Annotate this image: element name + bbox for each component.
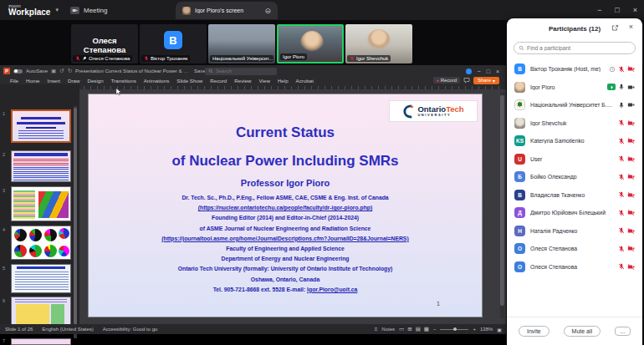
mic-off-icon[interactable] xyxy=(618,227,625,234)
participant-search-box[interactable] xyxy=(514,42,636,54)
mic-off-icon[interactable] xyxy=(618,191,625,198)
ppt-maximize-button[interactable]: □ xyxy=(487,68,490,74)
mic-on-icon[interactable] xyxy=(618,102,625,109)
mic-off-icon[interactable] xyxy=(618,246,625,252)
video-tile-university[interactable]: Національний Університ... xyxy=(208,24,275,63)
participant-row[interactable]: Національний Університет Б... (Co-host) xyxy=(507,96,642,114)
zoom-slider[interactable] xyxy=(440,329,468,330)
close-panel-icon[interactable]: × xyxy=(629,23,633,31)
camera-off-icon[interactable] xyxy=(627,155,635,163)
tab-acrobat[interactable]: Acrobat xyxy=(296,78,314,84)
minimize-button[interactable]: − xyxy=(597,6,601,14)
search-input[interactable] xyxy=(216,68,266,74)
camera-off-icon[interactable] xyxy=(627,65,635,73)
canvas-scrollbar[interactable] xyxy=(500,93,504,318)
camera-off-icon[interactable] xyxy=(627,245,635,252)
tab-transitions[interactable]: Transitions xyxy=(111,78,136,84)
slide-thumbnail-4[interactable] xyxy=(11,226,71,260)
fit-slide-icon[interactable]: ▣ xyxy=(497,327,502,332)
camera-on-icon[interactable] xyxy=(627,101,635,109)
mic-off-icon[interactable] xyxy=(618,210,625,216)
slide-email-link[interactable]: Igor.Pioro@uoit.ca xyxy=(307,287,357,292)
notes-button[interactable]: Notes xyxy=(381,327,395,332)
participant-row[interactable]: Igor Shevchuk xyxy=(507,114,642,133)
mic-off-icon[interactable] xyxy=(618,263,625,270)
mic-off-icon[interactable] xyxy=(618,119,625,126)
slide-thumbnail-1-selected[interactable] xyxy=(11,109,71,143)
tab-file[interactable]: File xyxy=(10,78,18,84)
participant-row[interactable]: О Олеся Степанова xyxy=(507,240,642,258)
camera-off-icon[interactable] xyxy=(627,227,635,235)
slide-1[interactable]: OntarioTech UNIVERSITY Current Status of… xyxy=(88,94,483,317)
search-box[interactable] xyxy=(205,68,277,75)
video-tile-igor-pioro-active-speaker[interactable]: Igor Pioro xyxy=(277,24,344,63)
tab-draw[interactable]: Draw xyxy=(68,78,79,84)
tab-insert[interactable]: Insert xyxy=(48,78,60,84)
thumbnail-scrollbar[interactable] xyxy=(74,106,77,338)
camera-on-icon[interactable] xyxy=(627,84,635,91)
tab-help[interactable]: Help xyxy=(278,78,289,84)
participant-row[interactable]: Н Наталія Радченко xyxy=(507,222,642,241)
mic-on-icon[interactable] xyxy=(618,84,625,90)
share-button[interactable]: Share ▾ xyxy=(473,77,499,84)
camera-off-icon[interactable] xyxy=(627,173,635,180)
tab-review[interactable]: Review xyxy=(234,78,251,84)
tab-slide-show[interactable]: Slide Show xyxy=(176,78,202,84)
mic-off-icon[interactable] xyxy=(618,66,625,73)
participant-row[interactable]: Б Бойко Олександр xyxy=(507,168,642,186)
slide-thumbnail-7[interactable] xyxy=(11,338,71,345)
autosave-toggle[interactable] xyxy=(13,69,23,74)
tab-view[interactable]: View xyxy=(259,78,270,84)
zoom-in-icon[interactable]: + xyxy=(473,327,476,332)
slide-sorter-view-icon[interactable]: ⊞ xyxy=(407,326,411,332)
participant-row[interactable]: В Владислав Ткаченко xyxy=(507,186,642,205)
tab-record[interactable]: Record xyxy=(210,78,227,84)
camera-off-icon[interactable] xyxy=(627,191,635,199)
participant-row[interactable]: KS Kateryna Samoilenko xyxy=(507,132,642,150)
participant-row[interactable]: В Віктор Троханяк (Host, me) xyxy=(507,60,642,79)
tab-animations[interactable]: Animations xyxy=(144,78,170,84)
tab-shared-screen[interactable]: Igor Pioro's screen ⊖ xyxy=(176,2,278,19)
zoom-level[interactable]: 138% xyxy=(480,327,493,332)
tab-meeting[interactable]: Meeting xyxy=(70,0,107,20)
ppt-close-button[interactable]: × xyxy=(496,68,499,74)
more-options-button[interactable]: … xyxy=(615,327,631,336)
normal-view-icon[interactable]: ▭ xyxy=(399,326,404,332)
mic-off-icon[interactable] xyxy=(618,138,625,145)
save-icon[interactable]: ▣ xyxy=(51,68,56,74)
mic-off-icon[interactable] xyxy=(618,155,625,162)
participant-row[interactable]: О Олеся Степанова xyxy=(507,258,642,277)
accessibility-status[interactable]: Accessibility: Good to go xyxy=(103,327,158,332)
tab-home[interactable]: Home xyxy=(26,78,40,84)
slide-thumbnail-5[interactable] xyxy=(11,264,71,293)
participant-row[interactable]: Д Дмитро Юрійович Білецький xyxy=(507,204,642,222)
record-button[interactable]: ● Record xyxy=(433,77,460,84)
camera-off-icon[interactable] xyxy=(627,263,635,271)
video-tile-viktor[interactable]: B Віктор Троханяк xyxy=(140,24,207,63)
participant-row[interactable]: Igor Pioro xyxy=(507,79,642,97)
invite-button[interactable]: Invite xyxy=(519,326,549,337)
language-status[interactable]: English (United States) xyxy=(42,327,93,332)
ppt-minimize-button[interactable]: − xyxy=(478,68,481,74)
account-avatar[interactable] xyxy=(466,68,472,74)
slideshow-view-icon[interactable]: ▦ xyxy=(424,326,429,332)
slide-thumbnail-3[interactable] xyxy=(11,186,71,221)
undo-icon[interactable]: ↺ xyxy=(59,68,64,74)
camera-off-icon[interactable] xyxy=(627,119,635,127)
video-tile-igor-shevchuk[interactable]: Igor Shevchuk xyxy=(345,24,412,63)
participant-search-input[interactable] xyxy=(527,45,623,51)
camera-off-icon[interactable] xyxy=(627,209,635,216)
close-button[interactable]: × xyxy=(633,6,637,14)
mic-off-icon[interactable] xyxy=(618,174,625,180)
chevron-down-icon[interactable]: ▾ xyxy=(55,7,59,13)
mute-all-button[interactable]: Mute all xyxy=(564,326,601,337)
reading-view-icon[interactable]: ▤ xyxy=(416,326,421,332)
camera-off-icon[interactable] xyxy=(627,137,635,145)
slide-link[interactable]: (https://nuclear.ontariotechu.ca/people/… xyxy=(89,205,482,211)
participant-row[interactable]: U User xyxy=(507,150,642,169)
tab-remove-icon[interactable]: ⊖ xyxy=(264,7,271,15)
maximize-button[interactable]: □ xyxy=(615,6,619,14)
tab-design[interactable]: Design xyxy=(87,78,103,84)
slide-thumbnail-2[interactable] xyxy=(11,150,71,182)
slide-link[interactable]: (https://journaltool.asme.org/home/Journ… xyxy=(89,236,482,241)
